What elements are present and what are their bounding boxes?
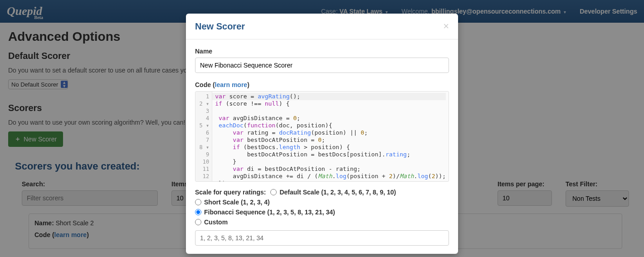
code-editor[interactable]: 12 ▾345 ▾678 ▾910111213 var score = avgR… (195, 91, 449, 182)
modal-body: Name Code (learn more) 12 ▾345 ▾678 ▾910… (186, 39, 458, 254)
scale-fib-radio[interactable] (195, 209, 201, 215)
scorer-name-input[interactable] (195, 58, 449, 73)
editor-gutter: 12 ▾345 ▾678 ▾910111213 (195, 92, 212, 181)
close-icon[interactable]: × (443, 20, 449, 32)
scale-custom-radio[interactable] (195, 219, 201, 225)
scale-lead: Scale for query ratings: (195, 189, 266, 196)
scale-default-row[interactable]: Scale for query ratings: Default Scale (… (195, 189, 449, 196)
scale-radio-group: Scale for query ratings: Default Scale (… (195, 189, 449, 226)
editor-code-area[interactable]: var score = avgRating(); if (score !== n… (212, 92, 449, 181)
code-label-pre: Code ( (195, 81, 215, 88)
scale-short-row[interactable]: Short Scale (1, 2, 3, 4) (195, 199, 449, 206)
scale-fib-row[interactable]: Fibonacci Sequence (1, 2, 3, 5, 8, 13, 2… (195, 209, 449, 216)
modal-header: New Scorer × (186, 14, 458, 39)
scale-default-label: Default Scale (1, 2, 3, 4, 5, 6, 7, 8, 9… (279, 189, 396, 196)
learn-more-link[interactable]: learn more (215, 81, 248, 88)
name-label: Name (195, 48, 449, 55)
scale-custom-row[interactable]: Custom (195, 218, 449, 226)
scale-short-radio[interactable] (195, 199, 201, 205)
scale-short-label: Short Scale (1, 2, 3, 4) (204, 199, 270, 206)
scale-custom-label: Custom (204, 218, 228, 226)
code-label-post: ) (247, 81, 249, 88)
code-label: Code (learn more) (195, 81, 449, 88)
modal-title: New Scorer (195, 21, 245, 32)
scale-fib-label: Fibonacci Sequence (1, 2, 3, 5, 8, 13, 2… (204, 209, 335, 216)
scale-value-input[interactable] (195, 230, 449, 246)
scale-default-radio[interactable] (270, 189, 277, 195)
new-scorer-modal: New Scorer × Name Code (learn more) 12 ▾… (186, 14, 458, 254)
